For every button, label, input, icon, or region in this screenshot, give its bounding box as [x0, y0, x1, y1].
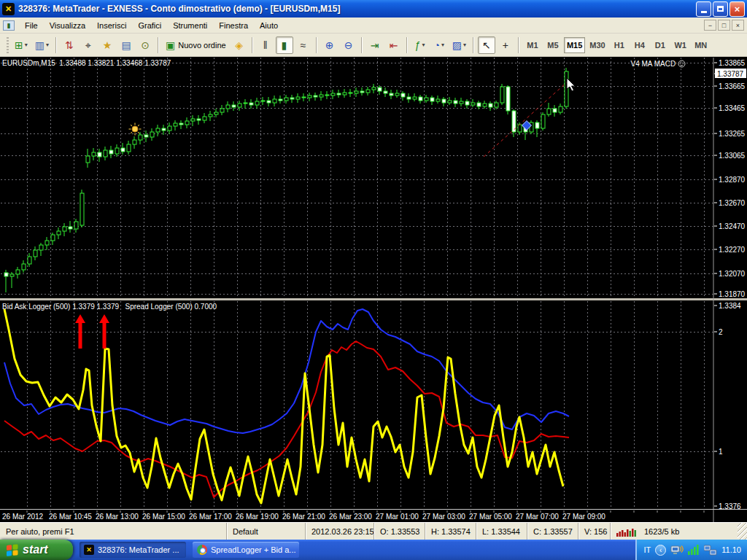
candle-body: [390, 93, 393, 96]
new-order-button[interactable]: ▣Nuovo ordine: [163, 36, 229, 54]
candle-body: [45, 241, 49, 245]
timeframe-d1[interactable]: D1: [651, 37, 670, 53]
candle-body: [51, 235, 55, 241]
resize-grip[interactable]: [738, 523, 747, 540]
data-window-icon: ⌖: [85, 40, 91, 50]
indicator-scale-label: 1: [719, 448, 723, 456]
auto-scroll-button[interactable]: ⇥: [366, 36, 384, 54]
market-watch-button[interactable]: ⇅: [61, 36, 78, 54]
terminal-button[interactable]: ▤: [117, 36, 135, 54]
restore-button[interactable]: [713, 1, 728, 17]
status-high: H: 1.33574: [425, 523, 476, 540]
cursor-icon: ↖: [482, 40, 491, 50]
sun-marker: [132, 126, 138, 132]
new-order-icon: ▣: [166, 40, 175, 50]
candle-body: [139, 135, 142, 140]
status-profile[interactable]: Default: [226, 523, 305, 540]
menu-item-grafici[interactable]: Grafici: [132, 19, 167, 32]
time-label: 27 Mar 03:00: [422, 513, 465, 521]
candle-body: [57, 231, 61, 235]
menu-item-visualizza[interactable]: Visualizza: [44, 19, 91, 32]
chart-profiles-button[interactable]: ▥▾: [32, 36, 52, 54]
close-button[interactable]: ×: [729, 1, 745, 17]
candle-body: [325, 95, 329, 96]
toolbar-separator: [252, 37, 253, 53]
timeframe-m5[interactable]: M5: [543, 37, 562, 53]
minimize-button[interactable]: [696, 1, 711, 17]
time-label: 27 Mar 01:00: [376, 513, 419, 521]
timeframe-m30[interactable]: M30: [587, 37, 608, 53]
crosshair-button[interactable]: +: [497, 36, 514, 54]
mdi-close-button[interactable]: ×: [732, 20, 744, 31]
candle-body: [168, 126, 171, 131]
timeframe-h1[interactable]: H1: [610, 37, 629, 53]
new-chart-button[interactable]: ⊞▾: [12, 36, 31, 54]
navigator-button[interactable]: ★: [98, 36, 116, 54]
language-indicator[interactable]: IT: [644, 545, 651, 554]
candle-body: [226, 105, 230, 109]
menu-item-strumenti[interactable]: Strumenti: [167, 19, 213, 32]
network-activity-icon[interactable]: [670, 544, 684, 556]
timeframe-w1[interactable]: W1: [671, 37, 690, 53]
menu-item-file[interactable]: File: [19, 19, 44, 32]
status-help: Per aiuto, premi F1: [0, 523, 226, 540]
price-label: 1.32070: [719, 270, 746, 278]
chart-shift-button[interactable]: ⇤: [385, 36, 403, 54]
candle-body: [425, 98, 428, 101]
timeframe-h4[interactable]: H4: [630, 37, 649, 53]
metaeditor-icon: ◈: [235, 40, 243, 50]
taskbar: start ✕ 328376: MetaTrader ... SpreadLog…: [0, 540, 747, 560]
restore-icon: [717, 6, 724, 12]
zoom-in-button[interactable]: ⊕: [321, 36, 338, 54]
menu-item-inserisci[interactable]: Inserisci: [91, 19, 132, 32]
cursor-button[interactable]: ↖: [478, 36, 495, 54]
hide-icons-button[interactable]: ‹: [655, 545, 666, 556]
data-window-button[interactable]: ⌖: [80, 36, 97, 54]
candlestick-mode-button[interactable]: ▮: [276, 36, 293, 54]
price-label: 1.33065: [719, 152, 746, 160]
bid-ask-logger-label: Bid Ask Logger (500) 1.3379 1.3379: [2, 303, 119, 311]
candle-body: [395, 93, 399, 96]
task-button-spreadlogger[interactable]: SpreadLogger + Bid a...: [193, 542, 299, 558]
strategy-tester-button[interactable]: ⊙: [136, 36, 154, 54]
time-label: 26 Mar 17:00: [189, 513, 232, 521]
candle-body: [559, 106, 562, 112]
candle-body: [203, 117, 206, 120]
candle-body: [430, 98, 434, 101]
candle-body: [454, 101, 457, 104]
mdi-minimize-button[interactable]: −: [704, 20, 716, 31]
status-traffic: 1623/5 kb: [644, 527, 679, 536]
start-button[interactable]: start: [0, 540, 73, 560]
candle-body: [442, 99, 446, 103]
zoom-out-button[interactable]: ⊖: [340, 36, 357, 54]
mdi-restore-button[interactable]: □: [718, 20, 730, 31]
timeframe-m15[interactable]: M15: [564, 37, 585, 53]
signal-strength-icon[interactable]: [688, 545, 700, 555]
indicators-button[interactable]: ƒ▾: [411, 36, 429, 54]
candle-body: [209, 114, 212, 117]
candle-body: [372, 88, 376, 90]
metatrader-icon: ✕: [84, 545, 94, 555]
timeframe-m1[interactable]: M1: [523, 37, 542, 53]
lan-connection-icon[interactable]: [704, 545, 717, 556]
toolbar-separator: [473, 37, 474, 53]
chart-svg[interactable]: 1.338651.337871.336651.334651.332651.330…: [0, 57, 747, 522]
menu-item-aiuto[interactable]: Aiuto: [254, 19, 284, 32]
candle-body: [500, 87, 504, 103]
metaeditor-button[interactable]: ◈: [231, 36, 248, 54]
candle-body: [349, 93, 352, 93]
bar-chart-mode-button[interactable]: ‖: [257, 36, 274, 54]
templates-button[interactable]: ▨▾: [449, 36, 469, 54]
line-chart-mode-button[interactable]: ≈: [295, 36, 312, 54]
candle-body: [174, 123, 177, 126]
candle-body: [378, 88, 382, 91]
candle-body: [553, 109, 557, 112]
menu-item-finestra[interactable]: Finestra: [213, 19, 254, 32]
timeframe-mn[interactable]: MN: [692, 37, 711, 53]
candle-body: [220, 109, 224, 112]
candle-body: [98, 152, 101, 157]
periods-button[interactable]: ◔▾: [430, 36, 448, 54]
candle-body: [506, 87, 510, 111]
task-button-metatrader[interactable]: ✕ 328376: MetaTrader ...: [80, 542, 186, 558]
ea-label: V4 MA MACD: [631, 60, 676, 68]
